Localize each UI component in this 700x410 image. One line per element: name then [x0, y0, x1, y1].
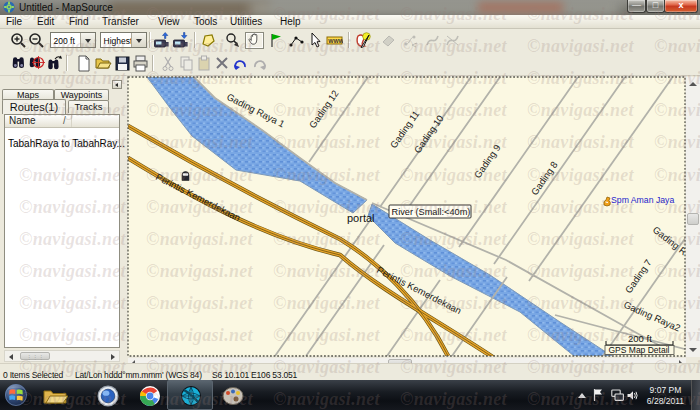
svg-text:portal: portal — [347, 212, 375, 224]
svg-text:200 ft: 200 ft — [628, 333, 652, 344]
svg-text:GPS Map Detail: GPS Map Detail — [609, 345, 670, 355]
svg-text:River (Small:<40m): River (Small:<40m) — [392, 207, 471, 217]
svg-text:Spm Aman Jaya: Spm Aman Jaya — [611, 195, 674, 205]
